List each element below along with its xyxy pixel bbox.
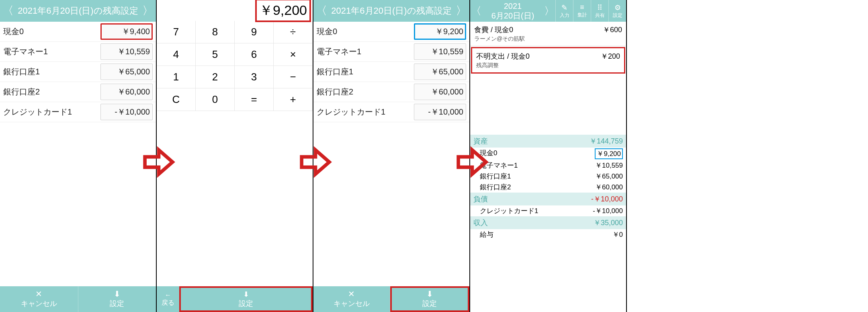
next-day-button[interactable]: 〉 <box>453 0 469 22</box>
prev-day-button[interactable]: 〈 <box>470 4 482 18</box>
section-total: ￥35,000 <box>594 218 623 228</box>
key-6[interactable]: 6 <box>235 43 274 66</box>
panel-calculator: ￥9,200 789÷456×123−C0=+ ← 戻る ⬇ 設定 <box>157 0 313 312</box>
tool-input[interactable]: ✎入力 <box>555 0 573 22</box>
summary-label: クレジットカード1 <box>480 206 538 216</box>
tx-amount: ￥200 <box>601 51 620 61</box>
key-0[interactable]: 0 <box>196 88 235 111</box>
tool-label: 集計 <box>577 12 587 18</box>
tool-settings[interactable]: ⚙設定 <box>608 0 626 22</box>
transaction-list: 食費 / 現金0￥600ラーメン@その筋駅不明支出 / 現金0￥200残高調整 <box>470 22 626 74</box>
balance-value-input[interactable]: ￥65,000 <box>100 64 153 80</box>
footer: ✕ キャンセル ⬇ 設定 <box>313 286 469 312</box>
summary-head: 負債-￥10,000 <box>470 193 626 205</box>
balance-label: 銀行口座1 <box>317 66 414 77</box>
balance-value-input[interactable]: -￥10,000 <box>414 104 466 120</box>
summary-row[interactable]: 現金0￥9,200 <box>470 148 626 160</box>
next-day-button[interactable]: 〉 <box>140 0 156 22</box>
tool-label: 共有 <box>595 12 605 19</box>
summary-row[interactable]: 銀行口座2￥60,000 <box>470 182 626 193</box>
key-=[interactable]: = <box>235 88 274 111</box>
summary-icon: ≡ <box>580 3 584 12</box>
tool-share[interactable]: ⠿共有 <box>591 0 608 22</box>
panel-day-summary: 〈 2021 6月20日(日) 〉 ✎入力≡集計⠿共有⚙設定 食費 / 現金0￥… <box>470 0 627 312</box>
balance-value-input[interactable]: ￥9,200 <box>414 23 466 40</box>
input-icon: ✎ <box>561 3 567 12</box>
key-2[interactable]: 2 <box>196 66 235 88</box>
key-3[interactable]: 3 <box>235 66 274 88</box>
summary: 資産￥144,759現金0￥9,200電子マネー1￥10,559銀行口座1￥65… <box>470 135 626 240</box>
header-date: 2021 6月20日(日) <box>482 1 543 21</box>
next-day-button[interactable]: 〉 <box>543 4 555 18</box>
key-7[interactable]: 7 <box>157 21 196 43</box>
tool-summary[interactable]: ≡集計 <box>573 0 591 22</box>
section-label: 収入 <box>473 218 488 228</box>
summary-label: 電子マネー1 <box>480 161 518 170</box>
key-+[interactable]: + <box>274 88 313 111</box>
settings-icon: ⚙ <box>614 3 621 12</box>
summary-value: ￥60,000 <box>595 183 623 192</box>
set-button[interactable]: ⬇ 設定 <box>392 288 468 310</box>
prev-day-button[interactable]: 〈 <box>313 0 330 22</box>
key-C[interactable]: C <box>157 88 196 111</box>
balance-label: 現金0 <box>3 26 100 37</box>
balance-label: 電子マネー1 <box>3 46 100 57</box>
save-icon: ⬇ <box>426 290 433 298</box>
tx-memo: ラーメン@その筋駅 <box>474 35 622 43</box>
key-1[interactable]: 1 <box>157 66 196 88</box>
summary-row[interactable]: 銀行口座1￥65,000 <box>470 171 626 182</box>
balance-row: 電子マネー1￥10,559 <box>313 42 469 62</box>
summary-label: 現金0 <box>480 148 497 159</box>
key-8[interactable]: 8 <box>196 21 235 43</box>
balance-value-input[interactable]: ￥10,559 <box>100 43 153 60</box>
summary-value: ￥9,200 <box>595 148 623 159</box>
key-9[interactable]: 9 <box>235 21 274 43</box>
close-icon: ✕ <box>348 290 355 298</box>
balance-value-input[interactable]: ￥60,000 <box>100 84 153 100</box>
tx-amount: ￥600 <box>603 25 622 35</box>
transaction-item[interactable]: 食費 / 現金0￥600ラーメン@その筋駅 <box>470 22 626 46</box>
set-button[interactable]: ⬇ 設定 <box>181 288 311 310</box>
summary-row[interactable]: 給与￥0 <box>470 229 626 240</box>
tool-label: 設定 <box>613 12 622 19</box>
key-÷[interactable]: ÷ <box>274 21 313 43</box>
key-4[interactable]: 4 <box>157 43 196 66</box>
cancel-button[interactable]: ✕ キャンセル <box>313 286 390 312</box>
cancel-button[interactable]: ✕ キャンセル <box>0 286 78 312</box>
cancel-label: キャンセル <box>21 299 57 308</box>
balance-value-input[interactable]: ￥10,559 <box>414 43 466 60</box>
balance-row: クレジットカード1-￥10,000 <box>313 102 469 122</box>
balance-label: 銀行口座1 <box>3 66 100 77</box>
key-5[interactable]: 5 <box>196 43 235 66</box>
balance-row: 現金0￥9,200 <box>313 22 469 42</box>
summary-value: ￥0 <box>612 230 623 239</box>
balance-value-input[interactable]: ￥9,400 <box>100 23 153 40</box>
back-button[interactable]: ← 戻る <box>157 286 179 312</box>
header: 〈 2021年6月20日(日)の残高設定 〉 <box>0 0 156 22</box>
key-×[interactable]: × <box>274 43 313 66</box>
key-−[interactable]: − <box>274 66 313 88</box>
section-total: -￥10,000 <box>591 194 623 204</box>
header-title: 2021年6月20日(日)の残高設定 <box>331 5 451 17</box>
summary-label: 銀行口座1 <box>480 172 511 181</box>
balance-list: 現金0￥9,400電子マネー1￥10,559銀行口座1￥65,000銀行口座2￥… <box>0 22 156 286</box>
summary-row[interactable]: 電子マネー1￥10,559 <box>470 160 626 171</box>
balance-value-input[interactable]: ￥60,000 <box>414 84 466 100</box>
share-icon: ⠿ <box>597 3 602 12</box>
summary-head: 収入￥35,000 <box>470 216 626 229</box>
transaction-item[interactable]: 不明支出 / 現金0￥200残高調整 <box>471 47 625 74</box>
back-label: 戻る <box>162 299 174 307</box>
set-button[interactable]: ⬇ 設定 <box>78 286 156 312</box>
panel-balance-before: 〈 2021年6月20日(日)の残高設定 〉 現金0￥9,400電子マネー1￥1… <box>0 0 157 312</box>
prev-day-button[interactable]: 〈 <box>0 0 16 22</box>
balance-value-input[interactable]: -￥10,000 <box>100 104 153 120</box>
set-label: 設定 <box>110 299 124 308</box>
back-icon: ← <box>165 291 171 299</box>
balance-row: クレジットカード1-￥10,000 <box>0 102 156 122</box>
balance-value-input[interactable]: ￥65,000 <box>414 64 466 80</box>
header-title: 2021年6月20日(日)の残高設定 <box>18 5 138 17</box>
summary-row[interactable]: クレジットカード1-￥10,000 <box>470 205 626 216</box>
balance-label: クレジットカード1 <box>317 107 414 117</box>
section-label: 負債 <box>473 194 488 204</box>
summary-value: ￥10,559 <box>595 161 623 170</box>
